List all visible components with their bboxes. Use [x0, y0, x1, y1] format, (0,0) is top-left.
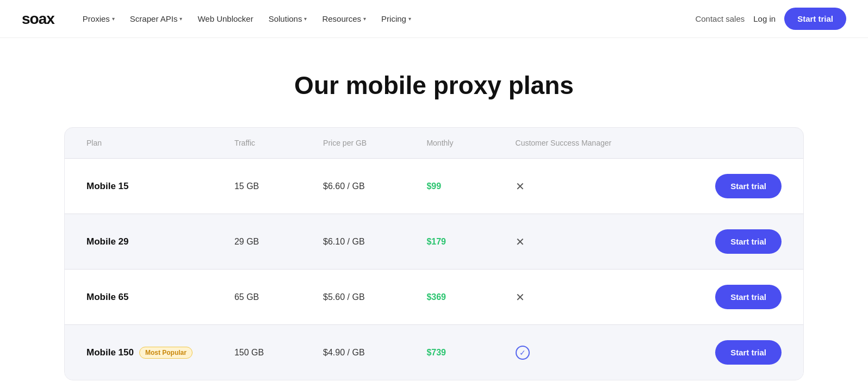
plan-csm: ✕ — [516, 235, 664, 248]
nav-solutions[interactable]: Solutions ▾ — [262, 10, 314, 28]
x-icon: ✕ — [516, 180, 525, 193]
start-trial-button[interactable]: Start trial — [715, 229, 782, 254]
plan-csm: ✕ — [516, 291, 664, 304]
chevron-down-icon: ▾ — [179, 16, 182, 22]
most-popular-badge: Most Popular — [139, 347, 193, 359]
plan-action: Start trial — [663, 285, 782, 309]
plan-csm: ✓ — [516, 346, 664, 360]
plan-monthly: $369 — [426, 292, 515, 302]
plan-name: Mobile 15 — [86, 181, 234, 192]
plan-action: Start trial — [663, 229, 782, 254]
chevron-down-icon: ▾ — [363, 16, 366, 22]
plan-action: Start trial — [663, 174, 782, 198]
plan-monthly: $739 — [426, 348, 515, 358]
nav-links: Proxies ▾ Scraper APIs ▾ Web Unblocker S… — [76, 10, 696, 28]
table-row: Mobile 15 15 GB $6.60 / GB $99 ✕ Start t… — [65, 159, 803, 214]
page-title: Our mobile proxy plans — [64, 71, 804, 100]
start-trial-button[interactable]: Start trial — [715, 285, 782, 309]
nav-start-trial-button[interactable]: Start trial — [784, 8, 846, 30]
nav-pricing[interactable]: Pricing ▾ — [375, 10, 418, 28]
nav-proxies[interactable]: Proxies ▾ — [76, 10, 121, 28]
plan-traffic: 150 GB — [234, 348, 323, 358]
table-row: Mobile 29 29 GB $6.10 / GB $179 ✕ Start … — [65, 214, 803, 270]
plan-csm: ✕ — [516, 180, 664, 193]
table-header-row: Plan Traffic Price per GB Monthly Custom… — [65, 128, 803, 159]
plan-price-per-gb: $5.60 / GB — [323, 292, 426, 302]
x-icon: ✕ — [516, 291, 525, 304]
plan-name: Mobile 65 — [86, 292, 234, 303]
plan-action: Start trial — [663, 340, 782, 365]
start-trial-button[interactable]: Start trial — [715, 340, 782, 365]
contact-sales-link[interactable]: Contact sales — [695, 14, 745, 23]
col-header-action — [663, 139, 782, 147]
login-link[interactable]: Log in — [753, 14, 776, 23]
plan-price-per-gb: $6.10 / GB — [323, 237, 426, 247]
col-header-csm: Customer Success Manager — [516, 139, 664, 147]
plan-traffic: 29 GB — [234, 237, 323, 247]
page-content: Our mobile proxy plans Plan Traffic Pric… — [53, 71, 815, 380]
col-header-traffic: Traffic — [234, 139, 323, 147]
plan-traffic: 65 GB — [234, 292, 323, 302]
nav-web-unblocker[interactable]: Web Unblocker — [191, 10, 259, 28]
plan-name: Mobile 29 — [86, 236, 234, 247]
chevron-down-icon: ▾ — [408, 16, 411, 22]
brand-logo[interactable]: soax — [22, 10, 54, 28]
chevron-down-icon: ▾ — [304, 16, 307, 22]
col-header-plan: Plan — [86, 139, 234, 147]
plan-monthly: $99 — [426, 182, 515, 191]
check-icon: ✓ — [516, 346, 530, 360]
plan-price-per-gb: $6.60 / GB — [323, 182, 426, 191]
table-row: Mobile 65 65 GB $5.60 / GB $369 ✕ Start … — [65, 270, 803, 325]
nav-resources[interactable]: Resources ▾ — [315, 10, 373, 28]
x-icon: ✕ — [516, 235, 525, 248]
chevron-down-icon: ▾ — [112, 16, 115, 22]
plan-monthly: $179 — [426, 237, 515, 247]
plan-traffic: 15 GB — [234, 182, 323, 191]
table-row: Mobile 150 Most Popular 150 GB $4.90 / G… — [65, 325, 803, 380]
pricing-table: Plan Traffic Price per GB Monthly Custom… — [64, 127, 804, 380]
nav-right: Contact sales Log in Start trial — [695, 8, 846, 30]
col-header-monthly: Monthly — [426, 139, 515, 147]
navbar: soax Proxies ▾ Scraper APIs ▾ Web Unbloc… — [0, 0, 868, 38]
nav-scraper-apis[interactable]: Scraper APIs ▾ — [123, 10, 189, 28]
start-trial-button[interactable]: Start trial — [715, 174, 782, 198]
plan-price-per-gb: $4.90 / GB — [323, 348, 426, 358]
plan-name: Mobile 150 Most Popular — [86, 347, 234, 359]
col-header-price: Price per GB — [323, 139, 426, 147]
